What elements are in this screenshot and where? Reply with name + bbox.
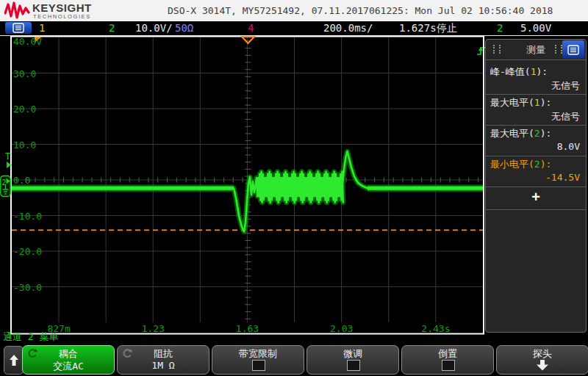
add-measurement-button[interactable]: +	[486, 187, 586, 210]
menu-back-button[interactable]	[4, 346, 24, 375]
measurement-value: -14.5V	[545, 172, 580, 183]
measurement-name: 最大电平	[490, 128, 528, 139]
measurement-row-max-level-1[interactable]: 最大电平(1): 无信号	[486, 95, 586, 126]
softkey-label: 探头	[497, 347, 588, 361]
volt-label: 40.0V	[13, 36, 42, 47]
plus-icon: +	[486, 189, 586, 206]
softkey-value: 1M Ω	[118, 360, 209, 371]
softkey-label: 阻抗	[118, 347, 209, 361]
measurement-panel: 测量 峰-峰值(1): 无信号 最大电平(1): 无信号 最大电平(2): 8.	[485, 39, 587, 333]
volt-label: 0.0	[13, 175, 30, 186]
trigger-position-marker[interactable]	[242, 37, 254, 43]
time-label: 2.03	[330, 323, 353, 334]
softkey-label: 倒置	[402, 347, 493, 361]
measurement-name: 最大电平	[490, 97, 528, 108]
measurement-source: 2	[534, 128, 540, 139]
softkey-bandwidth-limit[interactable]: 带宽限制	[212, 345, 304, 375]
list-icon	[567, 45, 579, 55]
measurement-source: 1	[531, 66, 537, 77]
volt-label: -10.0	[13, 211, 42, 222]
time-label: 1.63	[236, 323, 259, 334]
oscilloscope-screen: KEYSIGHT TECHNOLOGIES DSO-X 3014T, MY572…	[0, 0, 588, 376]
measurement-value: 无信号	[551, 110, 580, 123]
svg-text:T: T	[5, 151, 10, 162]
measurement-row-max-level-2[interactable]: 最大电平(2): 8.0V	[486, 126, 586, 156]
measurement-menu-button[interactable]	[562, 40, 584, 59]
measurement-name: 峰-峰值	[490, 66, 525, 77]
volt-label: 30.0	[13, 68, 36, 79]
volt-label: 20.0	[13, 104, 36, 115]
ch2-ground-marker[interactable]: 2	[1, 176, 10, 197]
measurement-source: 2	[534, 159, 540, 170]
checkbox-unchecked[interactable]	[442, 360, 455, 371]
measurement-value: 无信号	[551, 79, 580, 93]
time-label: 1.23	[142, 323, 165, 334]
down-arrow-icon	[534, 360, 551, 371]
measurement-row-peak-peak-1[interactable]: 峰-峰值(1): 无信号	[486, 64, 586, 95]
softkey-label: 耦合	[23, 347, 114, 361]
volt-label: 10.0	[13, 140, 36, 151]
svg-text:2: 2	[2, 178, 7, 187]
softkey-menu-title: 通道 2 菜单	[3, 330, 58, 344]
measurement-row-min-level-2[interactable]: 最小电平(2): -14.5V	[486, 156, 586, 187]
softkey-label: 带宽限制	[212, 347, 304, 361]
volt-label: -30.0	[13, 282, 42, 293]
softkey-value: 交流AC	[23, 360, 114, 373]
softkey-coupling[interactable]: 耦合 交流AC	[22, 345, 115, 375]
measurement-source: 1	[534, 97, 540, 108]
time-label: 2.43s	[421, 323, 450, 334]
softkey-fine-adjust[interactable]: 微调	[306, 345, 399, 375]
softkey-impedance[interactable]: 阻抗 1M Ω	[117, 345, 209, 375]
softkey-probe[interactable]: 探头	[496, 345, 588, 375]
measurement-name: 最小电平	[490, 159, 528, 170]
drag-handle-icon[interactable]	[555, 45, 562, 54]
volt-label: -20.0	[13, 246, 42, 257]
softkey-label: 微调	[307, 347, 398, 361]
softkey-invert[interactable]: 倒置	[401, 345, 494, 375]
up-arrow-icon	[9, 354, 19, 367]
checkbox-unchecked[interactable]	[347, 360, 360, 371]
measurement-list: 峰-峰值(1): 无信号 最大电平(1): 无信号 最大电平(2): 8.0V …	[486, 64, 586, 210]
checkbox-unchecked[interactable]	[252, 360, 265, 371]
measurement-value: 8.0V	[557, 141, 580, 152]
